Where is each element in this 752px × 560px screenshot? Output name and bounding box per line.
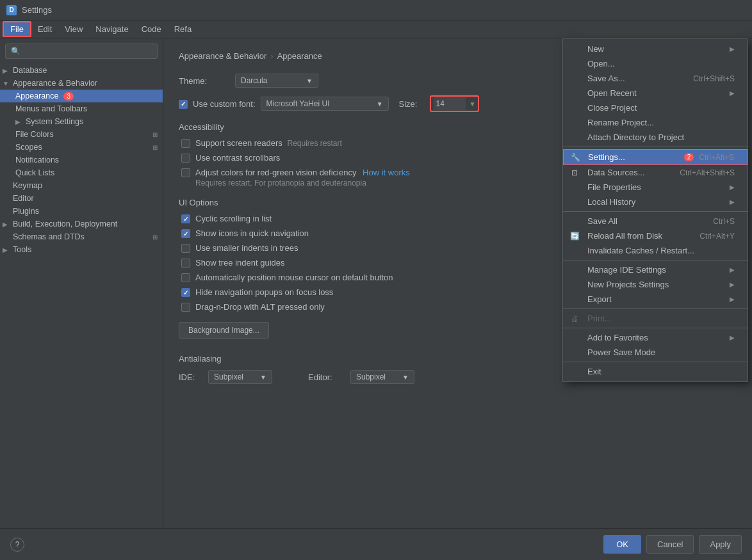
- sidebar-item-label: Plugins: [13, 207, 39, 216]
- ide-select[interactable]: Subpixel ▼: [208, 370, 272, 384]
- menu-view[interactable]: View: [58, 22, 89, 36]
- menu-item-local-history[interactable]: Local History ▶: [563, 195, 748, 209]
- ui-checkbox-1[interactable]: [181, 229, 190, 238]
- sidebar-item-appearance-behavior[interactable]: ▼ Appearance & Behavior: [0, 77, 163, 90]
- menu-item-reload[interactable]: 🔄 Reload All from Disk Ctrl+Alt+Y: [563, 228, 748, 243]
- ui-checkbox-4[interactable]: [181, 273, 190, 282]
- menu-item-save-as[interactable]: Save As... Ctrl+Shift+S: [563, 71, 748, 86]
- menu-item-print[interactable]: 🖨 Print...: [563, 311, 748, 326]
- expand-arrow: ▶: [3, 67, 10, 74]
- search-input[interactable]: [5, 44, 158, 59]
- expand-arrow: ▶: [3, 246, 10, 253]
- sidebar-item-label: Quick Lists: [15, 168, 54, 177]
- sidebar-tree: ▶ Database ▼ Appearance & Behavior Appea…: [0, 64, 163, 528]
- sidebar-item-editor[interactable]: ▶ Editor: [0, 192, 163, 205]
- accessibility-checkbox-0[interactable]: [181, 139, 190, 148]
- editor-select[interactable]: Subpixel ▼: [350, 370, 414, 384]
- data-sources-shortcut: Ctrl+Alt+Shift+S: [680, 168, 735, 177]
- menu-item-invalidate[interactable]: Invalidate Caches / Restart...: [563, 243, 748, 258]
- menu-item-open-recent[interactable]: Open Recent ▶: [563, 86, 748, 100]
- breadcrumb-current: Appearance: [277, 51, 322, 61]
- help-button[interactable]: ?: [10, 538, 24, 552]
- sidebar-item-database[interactable]: ▶ Database: [0, 64, 163, 77]
- sidebar-item-quick-lists[interactable]: Quick Lists: [0, 166, 163, 179]
- menu-item-settings[interactable]: 🔧 Settings... 2 Ctrl+Alt+S: [563, 149, 748, 165]
- background-image-button[interactable]: Background Image...: [179, 322, 269, 339]
- save-as-shortcut: Ctrl+Shift+S: [693, 74, 735, 83]
- menu-item-add-to-favorites[interactable]: Add to Favorites ▶: [563, 330, 748, 345]
- size-spinner[interactable]: ▼: [470, 100, 476, 108]
- cancel-button[interactable]: Cancel: [646, 535, 694, 554]
- menu-item-close-project[interactable]: Close Project: [563, 100, 748, 115]
- ui-checkbox-0[interactable]: [181, 214, 190, 223]
- font-checkbox[interactable]: [179, 100, 188, 109]
- ui-label-4: Automatically position mouse cursor on d…: [195, 273, 393, 282]
- sidebar-item-tools[interactable]: ▶ Tools: [0, 243, 163, 256]
- sidebar-item-label: System Settings: [26, 117, 83, 126]
- submenu-arrow: ▶: [730, 198, 735, 205]
- apply-button[interactable]: Apply: [699, 535, 742, 554]
- menu-item-file-properties[interactable]: File Properties ▶: [563, 180, 748, 195]
- theme-select[interactable]: Darcula ▼: [235, 74, 318, 88]
- bottom-bar: ? OK Cancel Apply: [0, 528, 752, 560]
- settings-icon: 🔧: [570, 153, 580, 162]
- menu-refa[interactable]: Refa: [168, 22, 198, 36]
- menu-edit[interactable]: Edit: [31, 22, 58, 36]
- sidebar-item-plugins[interactable]: ▶ Plugins: [0, 205, 163, 218]
- ui-checkbox-6[interactable]: [181, 303, 190, 312]
- sidebar-item-label: Tools: [13, 245, 31, 254]
- submenu-arrow: ▶: [730, 90, 735, 97]
- menu-item-save-all[interactable]: Save All Ctrl+S: [563, 214, 748, 228]
- menu-navigate[interactable]: Navigate: [89, 22, 135, 36]
- reload-shortcut: Ctrl+Alt+Y: [699, 232, 735, 241]
- sidebar-item-appearance[interactable]: Appearance 3: [0, 90, 163, 102]
- file-menu-dropdown: New ▶ Open... Save As... Ctrl+Shift+S Op…: [562, 38, 748, 382]
- ui-label-0: Cyclic scrolling in list: [195, 214, 272, 223]
- dropdown-arrow: ▼: [377, 100, 383, 108]
- menu-item-open[interactable]: Open...: [563, 56, 748, 71]
- font-value: Microsoft YaHei UI: [266, 99, 330, 108]
- size-input-group: ▼: [430, 95, 480, 112]
- accessibility-checkbox-2[interactable]: [181, 168, 190, 177]
- menu-file[interactable]: File: [3, 21, 31, 37]
- menu-item-power-save[interactable]: Power Save Mode: [563, 345, 748, 360]
- theme-value: Darcula: [241, 76, 267, 85]
- menu-item-new-projects-settings[interactable]: New Projects Settings ▶: [563, 277, 748, 292]
- menu-item-exit[interactable]: Exit: [563, 364, 748, 379]
- menu-item-manage-ide[interactable]: Manage IDE Settings ▶: [563, 262, 748, 277]
- ok-button[interactable]: OK: [603, 535, 641, 554]
- expand-arrow: ▶: [15, 118, 23, 125]
- submenu-arrow: ▶: [730, 334, 735, 341]
- print-icon: 🖨: [569, 314, 580, 323]
- sidebar-item-system-settings[interactable]: ▶ System Settings: [0, 115, 163, 128]
- title-bar: D Settings: [0, 0, 752, 20]
- copy-icon: ⊞: [152, 234, 158, 241]
- title-bar-text: Settings: [22, 5, 52, 15]
- sidebar-item-scopes[interactable]: Scopes ⊞: [0, 141, 163, 154]
- sidebar-item-notifications[interactable]: Notifications: [0, 154, 163, 166]
- sidebar-item-build[interactable]: ▶ Build, Execution, Deployment: [0, 218, 163, 230]
- menu-item-attach-directory[interactable]: Attach Directory to Project: [563, 130, 748, 145]
- menu-item-export[interactable]: Export ▶: [563, 292, 748, 307]
- sidebar-item-label: Editor: [13, 194, 34, 203]
- sidebar-item-label: Database: [13, 66, 47, 75]
- sidebar-item-menus-toolbars[interactable]: Menus and Toolbars: [0, 102, 163, 115]
- sidebar-item-file-colors[interactable]: File Colors ⊞: [0, 128, 163, 141]
- menu-item-new[interactable]: New ▶: [563, 42, 748, 56]
- menu-item-rename-project[interactable]: Rename Project...: [563, 115, 748, 130]
- font-select[interactable]: Microsoft YaHei UI ▼: [261, 97, 389, 111]
- size-input[interactable]: [434, 97, 466, 110]
- menu-code[interactable]: Code: [135, 22, 168, 36]
- sidebar: ▶ Database ▼ Appearance & Behavior Appea…: [0, 38, 163, 528]
- menu-item-data-sources[interactable]: ⊡ Data Sources... Ctrl+Alt+Shift+S: [563, 165, 748, 180]
- sidebar-item-schemas[interactable]: ▶ Schemas and DTDs ⊞: [0, 230, 163, 243]
- accessibility-checkbox-1[interactable]: [181, 154, 190, 163]
- ide-label: IDE:: [179, 372, 198, 382]
- accessibility-link-2[interactable]: How it works: [363, 168, 410, 177]
- sidebar-item-label: Build, Execution, Deployment: [13, 220, 117, 228]
- ui-checkbox-3[interactable]: [181, 259, 190, 268]
- font-label: Use custom font:: [193, 99, 256, 109]
- sidebar-item-keymap[interactable]: ▶ Keymap: [0, 179, 163, 192]
- ui-checkbox-2[interactable]: [181, 244, 190, 253]
- ui-checkbox-5[interactable]: [181, 288, 190, 297]
